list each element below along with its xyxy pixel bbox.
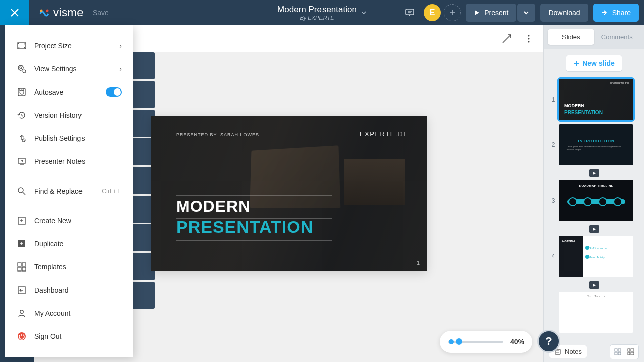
title-area[interactable]: Modern Presentation By EXPERTE [277,5,367,21]
user-icon [16,308,27,319]
svg-rect-13 [615,352,617,355]
svg-point-34 [20,310,23,313]
arrow-tool[interactable] [499,31,514,46]
menu-find-replace[interactable]: Find & Replace Ctrl + F [5,179,133,203]
chevron-right-icon: › [119,65,122,73]
transition-icon[interactable]: ▶ [589,169,599,177]
svg-rect-29 [18,263,21,266]
list-icon [627,348,634,355]
menu-version-history[interactable]: Version History [5,104,133,127]
slide-thumb-5[interactable]: Our Teams [559,292,633,333]
plus-square-icon [16,215,27,226]
comments-button[interactable] [400,4,419,22]
search-icon [16,186,27,197]
menu-presenter-notes[interactable]: Presenter Notes [5,150,133,173]
menu-view-settings[interactable]: View Settings › [5,57,133,80]
svg-rect-2 [406,9,414,15]
logo[interactable]: visme [38,6,84,19]
autosave-icon [16,86,27,98]
add-collaborator-button[interactable] [444,4,461,21]
transition-icon[interactable]: ▶ [589,281,599,289]
present-button[interactable]: Present [466,4,516,22]
arrow-icon [501,33,512,44]
right-panel: Slides Comments New slide 1 EXPERTE.DE M… [543,25,644,362]
svg-rect-15 [628,349,630,351]
menu-sign-out[interactable]: Sign Out [5,325,133,348]
tab-comments[interactable]: Comments [594,29,640,45]
svg-rect-11 [615,349,617,351]
menu-project-size[interactable]: Project Size › [5,34,133,57]
chevron-down-icon [361,10,367,16]
present-dropdown[interactable] [517,4,535,22]
save-link[interactable]: Save [93,9,109,17]
shortcut-label: Ctrl + F [102,188,122,195]
svg-rect-18 [631,352,634,355]
svg-rect-23 [18,88,25,96]
view-toggle [610,344,639,359]
help-button[interactable]: ? [537,330,560,353]
svg-rect-30 [22,263,26,266]
logo-text: visme [53,6,84,19]
gear-icon [16,63,27,74]
close-icon [10,8,19,17]
panel-tabs: Slides Comments [544,25,644,49]
plus-icon [573,60,579,66]
dashboard-icon [16,285,27,296]
comment-icon [405,8,415,18]
slide-heading-1: MODERN [176,197,251,216]
templates-icon [16,261,27,273]
zoom-value: 40% [510,338,524,346]
svg-point-5 [528,35,529,36]
play-icon [474,10,480,16]
power-icon [16,331,27,342]
zoom-slider[interactable] [448,341,503,343]
slide-thumb-2[interactable]: INTRODUCTION Lorem ipsum dolor sit amet … [559,124,633,165]
notes-label: Notes [565,348,582,355]
menu-autosave[interactable]: Autosave [5,80,133,104]
new-slide-button[interactable]: New slide [566,55,622,72]
duplicate-icon [16,238,27,249]
menu-templates[interactable]: Templates [5,255,133,279]
svg-point-0 [40,10,43,12]
grid-view-button[interactable] [612,346,624,357]
slide-canvas[interactable]: PRESENTED BY: SARAH LOWES EXPERTE.DE MOD… [151,116,427,271]
grid-icon [614,348,621,355]
more-vertical-icon [524,34,533,43]
menu-dashboard[interactable]: Dashboard [5,279,133,302]
slide-thumb-4[interactable]: AGENDA Stuff that we do Group Activity [559,236,633,277]
thumb-number: 2 [548,141,559,148]
thumb-row: 1 EXPERTE.DE MODERN PRESENTATION [548,79,640,120]
list-view-button[interactable] [625,346,637,357]
autosave-toggle[interactable] [106,87,122,97]
presenter-icon [16,156,27,167]
svg-rect-14 [618,352,621,355]
menu-duplicate[interactable]: Duplicate [5,232,133,255]
tab-slides[interactable]: Slides [548,29,594,45]
zoom-thumb[interactable] [456,338,462,345]
menu-separator [16,206,122,206]
menu-publish-settings[interactable]: Publish Settings [5,127,133,150]
svg-point-21 [20,67,22,69]
slide-heading-2: PRESENTATION [176,217,313,237]
app-header: visme Save Modern Presentation By EXPERT… [0,0,644,25]
project-title: Modern Presentation [277,5,357,15]
download-button[interactable]: Download [540,4,588,22]
transition-icon[interactable]: ▶ [589,225,599,233]
menu-my-account[interactable]: My Account [5,302,133,325]
slide-presented-by: PRESENTED BY: SARAH LOWES [176,132,259,137]
user-avatar[interactable]: E [424,4,441,21]
more-tool[interactable] [521,31,536,46]
svg-point-26 [18,188,23,193]
share-button[interactable]: Share [593,4,639,22]
present-label: Present [484,9,508,17]
slide-brand: EXPERTE.DE [360,130,409,138]
slide-number: 1 [417,260,420,266]
slide-thumb-1[interactable]: EXPERTE.DE MODERN PRESENTATION [559,79,633,120]
close-button[interactable] [0,0,29,25]
menu-create-new[interactable]: Create New [5,209,133,232]
project-byline: By EXPERTE [277,15,357,21]
svg-point-22 [23,70,26,73]
slide-thumb-3[interactable]: ROADMAP TIMELINE [559,180,633,221]
chevron-down-icon [523,10,529,16]
svg-point-7 [528,41,529,42]
